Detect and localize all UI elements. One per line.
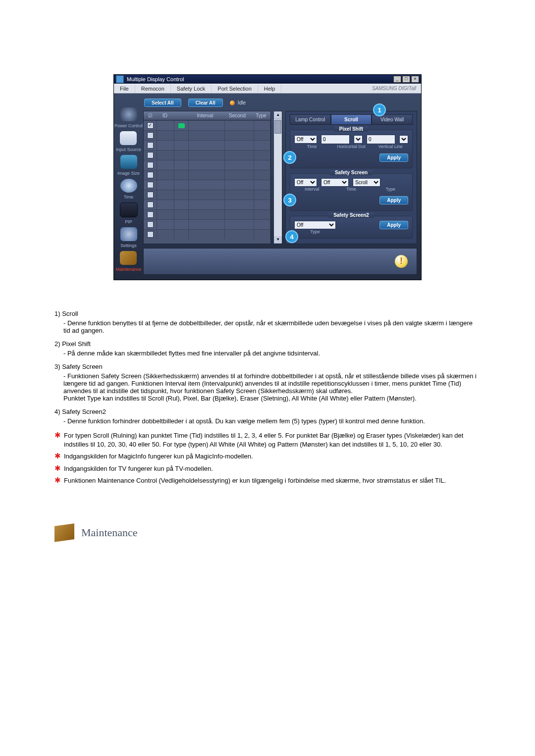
app-window: Multiple Display Control _ □ × File Remo… (113, 74, 422, 280)
menu-remocon[interactable]: Remocon (135, 84, 171, 93)
section-safety-screen2: Safety Screen2 Off Apply Type 4 (290, 216, 413, 239)
maintenance-icon (120, 251, 137, 265)
cap-time: Time (294, 144, 329, 149)
tab-lamp-control[interactable]: Lamp Control (290, 114, 331, 125)
desc-item: 2) Pixel Shift- På denne måde kan skærmb… (54, 340, 481, 357)
note: ✱For typen Scroll (Rulning) kan punktet … (54, 431, 481, 449)
table-row[interactable] (144, 120, 270, 130)
statusbar (143, 248, 417, 275)
pixel-shift-vl-step[interactable] (399, 135, 408, 144)
desc-item: 1) Scroll- Denne funktion benyttes til a… (54, 310, 481, 334)
table-row[interactable] (144, 150, 270, 160)
pixel-shift-hd-step[interactable] (354, 135, 363, 144)
note: ✱Funktionen Maintenance Control (Vedlige… (54, 476, 481, 485)
section-pixel-shift: Pixel Shift Off Time (290, 130, 413, 168)
row-checkbox[interactable] (147, 142, 154, 149)
row-checkbox[interactable] (147, 211, 154, 218)
sidebar: Power Control Input Source Image Size Ti… (114, 94, 143, 280)
clear-all-button[interactable]: Clear All (188, 99, 223, 107)
window-buttons: _ □ × (393, 76, 419, 83)
row-checkbox[interactable] (147, 122, 154, 129)
table-row[interactable] (144, 160, 270, 170)
row-checkbox[interactable] (147, 132, 154, 139)
row-checkbox[interactable] (147, 192, 154, 198)
close-button[interactable]: × (411, 76, 419, 83)
section-safety-screen: Safety Screen Off Off Scroll Interval Ti… (290, 173, 413, 211)
menu-safety-lock[interactable]: Safety Lock (171, 84, 212, 93)
callout-1: 1 (373, 103, 386, 116)
table-row[interactable] (144, 219, 270, 229)
pip-icon (120, 202, 138, 217)
safety-screen2-type-select[interactable]: Off (294, 221, 336, 229)
scroll-down-icon[interactable]: ▾ (274, 236, 282, 244)
pixel-shift-hd-input[interactable] (321, 135, 350, 144)
safety-screen-interval-select[interactable]: Off (294, 178, 317, 187)
table-row[interactable] (144, 190, 270, 200)
sidebar-item-maintenance[interactable]: Maintenance (116, 251, 142, 272)
row-checkbox[interactable] (147, 172, 154, 178)
maintenance-icon (54, 523, 74, 542)
table-row[interactable] (144, 140, 270, 150)
table-row[interactable] (144, 180, 270, 190)
col-second: Second (223, 111, 252, 120)
row-checkbox[interactable] (147, 221, 154, 228)
grid-scrollbar[interactable]: ▴ ▾ (274, 111, 282, 244)
page-title: Maintenance (81, 526, 138, 539)
row-checkbox[interactable] (147, 231, 154, 238)
callout-4: 4 (285, 230, 298, 243)
safety-screen2-apply-button[interactable]: Apply (379, 221, 408, 229)
row-checkbox[interactable] (147, 182, 154, 188)
row-checkbox[interactable] (147, 202, 154, 208)
safety-screen-time-select[interactable]: Off (321, 178, 349, 187)
window-title: Multiple Display Control (127, 76, 184, 82)
table-row[interactable] (144, 170, 270, 180)
menu-file[interactable]: File (114, 84, 135, 93)
scroll-thumb[interactable] (274, 120, 281, 134)
pixel-shift-apply-button[interactable]: Apply (379, 153, 408, 162)
titlebar: Multiple Display Control _ □ × (114, 75, 421, 84)
sidebar-item-input-source[interactable]: Input Source (116, 131, 141, 152)
gear-icon (120, 227, 137, 241)
minimize-button[interactable]: _ (393, 76, 401, 83)
col-type: Type (252, 111, 270, 120)
table-row[interactable] (144, 130, 270, 140)
menu-port-selection[interactable]: Port Selection (212, 84, 258, 93)
maximize-button[interactable]: □ (402, 76, 410, 83)
row-checkbox[interactable] (147, 152, 154, 158)
cap-hd: Horizontal Dot (333, 144, 369, 149)
input-icon (120, 131, 137, 145)
select-all-button[interactable]: Select All (144, 99, 181, 107)
star-icon: ✱ (54, 452, 61, 459)
col-check[interactable]: ☑ (144, 111, 157, 120)
table-row[interactable] (144, 200, 270, 209)
sidebar-item-settings[interactable]: Settings (120, 227, 137, 248)
time-icon (120, 179, 137, 193)
description-block: 1) Scroll- Denne funktion benyttes til a… (54, 310, 481, 485)
col-status (173, 111, 187, 120)
status-icon (178, 123, 185, 128)
pixel-shift-time-select[interactable]: Off (294, 135, 317, 144)
callout-2: 2 (283, 151, 296, 164)
app-icon (116, 75, 124, 83)
table-row[interactable] (144, 229, 270, 239)
note: ✱Indgangskilden for MagicInfo fungerer k… (54, 452, 481, 461)
sidebar-item-time[interactable]: Time (120, 179, 137, 200)
scroll-up-icon[interactable]: ▴ (274, 111, 282, 119)
tab-scroll[interactable]: Scroll (331, 114, 372, 125)
sidebar-item-image-size[interactable]: Image Size (117, 155, 140, 176)
pixel-shift-title: Pixel Shift (334, 126, 368, 132)
idle-label: Idle (238, 100, 246, 105)
pixel-shift-vl-input[interactable] (367, 135, 395, 144)
sidebar-item-power-control[interactable]: Power Control (114, 107, 143, 128)
menu-help[interactable]: Help (258, 84, 282, 93)
row-checkbox[interactable] (147, 162, 154, 168)
safety-screen-type-select[interactable]: Scroll (353, 178, 380, 187)
safety-screen-apply-button[interactable]: Apply (379, 196, 408, 204)
warning-icon (395, 255, 408, 268)
star-icon: ✱ (54, 431, 61, 439)
idle-status: Idle (230, 100, 246, 105)
star-icon: ✱ (54, 476, 61, 484)
table-row[interactable] (144, 209, 270, 219)
sidebar-item-pip[interactable]: PIP (120, 202, 138, 224)
star-icon: ✱ (54, 464, 61, 472)
